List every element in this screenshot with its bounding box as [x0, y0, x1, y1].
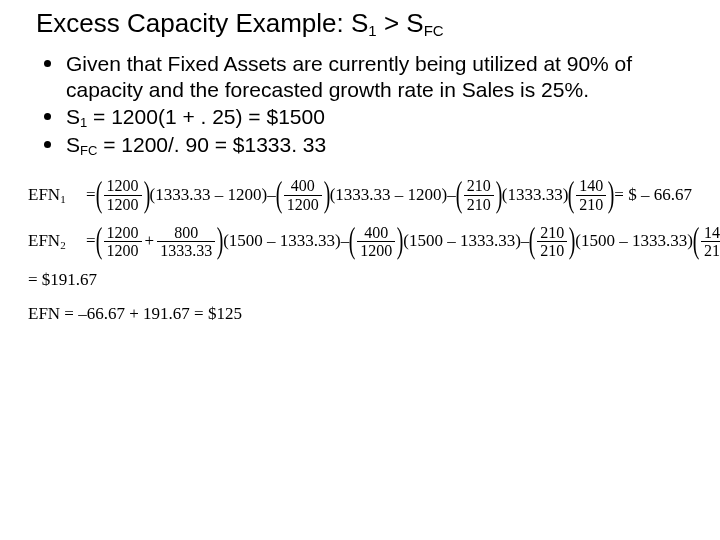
frac-den: 210 — [537, 241, 567, 260]
open-paren-icon: ( — [349, 222, 356, 258]
close-paren-icon: ) — [323, 176, 330, 212]
bullet-item: SFC = 1200/. 90 = $1333. 33 — [44, 132, 670, 158]
close-paren-icon: ) — [217, 222, 224, 258]
fraction: 400 1200 — [284, 177, 322, 213]
title-sub1: 1 — [368, 22, 376, 39]
efn1-label-sub: 1 — [60, 193, 66, 205]
title-text-pre: Excess Capacity Example: S — [36, 8, 368, 38]
frac-num: 1200 — [104, 177, 142, 195]
close-paren-icon: ) — [143, 176, 150, 212]
formulas-block: EFN1 = ( 1200 1200 ) (1333.33 – 1200) – … — [28, 177, 700, 259]
efn2-result-row: = $191.67 — [28, 270, 700, 290]
slide: Excess Capacity Example: S1 > SFC Given … — [0, 0, 720, 540]
fraction: 800 1333.33 — [157, 224, 215, 260]
bullet-pre: S — [66, 105, 80, 128]
plus-sign: + — [145, 232, 155, 251]
bullet-sub: FC — [80, 143, 97, 158]
frac-den: 1200 — [284, 195, 322, 214]
frac-num: 800 — [171, 224, 201, 242]
efn1-label-pre: EFN — [28, 185, 60, 204]
frac-num: 210 — [464, 177, 494, 195]
frac-den: 1200 — [104, 195, 142, 214]
open-paren-icon: ( — [693, 222, 700, 258]
diff-term: (1500 – 1333.33) — [575, 232, 693, 251]
fraction: 210 210 — [464, 177, 494, 213]
diff-term: (1500 – 1333.33) — [223, 232, 341, 251]
bullet-item: S1 = 1200(1 + . 25) = $1500 — [44, 104, 670, 130]
frac-num: 400 — [361, 224, 391, 242]
frac-num: 1200 — [104, 224, 142, 242]
equals-sign: = — [86, 232, 96, 251]
efn1-result: = $ – 66.67 — [614, 186, 692, 205]
close-paren-icon: ) — [397, 222, 404, 258]
fraction: 210 210 — [537, 224, 567, 260]
minus-sign: – — [447, 186, 456, 205]
close-paren-icon: ) — [608, 176, 615, 212]
frac-num: 140 — [576, 177, 606, 195]
frac-den: 1333.33 — [157, 241, 215, 260]
efn1-row: EFN1 = ( 1200 1200 ) (1333.33 – 1200) – … — [28, 177, 700, 213]
diff-term: (1333.33 – 1200) — [330, 186, 448, 205]
fraction: 400 1200 — [357, 224, 395, 260]
open-paren-icon: ( — [95, 176, 102, 212]
close-paren-icon: ) — [569, 222, 576, 258]
fraction: 140 210 — [576, 177, 606, 213]
fraction: 1200 1200 — [104, 177, 142, 213]
bullet-pre: S — [66, 133, 80, 156]
bullet-list: Given that Fixed Assets are currently be… — [36, 51, 700, 157]
open-paren-icon: ( — [95, 222, 102, 258]
fraction: 140 210 — [701, 224, 720, 260]
open-paren-icon: ( — [568, 176, 575, 212]
bullet-sub: 1 — [80, 115, 87, 130]
title-mid: > S — [377, 8, 424, 38]
frac-den: 210 — [464, 195, 494, 214]
frac-den: 210 — [576, 195, 606, 214]
diff-term: (1333.33 – 1200) — [150, 186, 268, 205]
open-paren-icon: ( — [455, 176, 462, 212]
bullet-post: = 1200(1 + . 25) = $1500 — [87, 105, 325, 128]
frac-num: 400 — [288, 177, 318, 195]
equals-sign: = — [86, 186, 96, 205]
frac-num: 210 — [537, 224, 567, 242]
bullet-post: = 1200/. 90 = $1333. 33 — [97, 133, 326, 156]
bullet-text: Given that Fixed Assets are currently be… — [66, 52, 632, 101]
open-paren-icon: ( — [529, 222, 536, 258]
diff-term: (1333.33) — [502, 186, 569, 205]
efn2-label-sub: 2 — [60, 239, 66, 251]
frac-num: 140 — [701, 224, 720, 242]
frac-den: 1200 — [104, 241, 142, 260]
title-sub2: FC — [424, 22, 444, 39]
slide-title: Excess Capacity Example: S1 > SFC — [36, 8, 700, 39]
open-paren-icon: ( — [275, 176, 282, 212]
efn2-label-pre: EFN — [28, 231, 60, 250]
bullet-item: Given that Fixed Assets are currently be… — [44, 51, 670, 102]
frac-den: 210 — [701, 241, 720, 260]
efn2-label: EFN2 — [28, 232, 86, 251]
efn2-row: EFN2 = ( 1200 1200 + 800 1333.33 ) (1500… — [28, 224, 700, 260]
minus-sign: – — [267, 186, 276, 205]
fraction: 1200 1200 — [104, 224, 142, 260]
efn1-label: EFN1 — [28, 186, 86, 205]
diff-term: (1500 – 1333.33) — [403, 232, 521, 251]
close-paren-icon: ) — [495, 176, 502, 212]
efn-total-row: EFN = –66.67 + 191.67 = $125 — [28, 304, 700, 324]
frac-den: 1200 — [357, 241, 395, 260]
